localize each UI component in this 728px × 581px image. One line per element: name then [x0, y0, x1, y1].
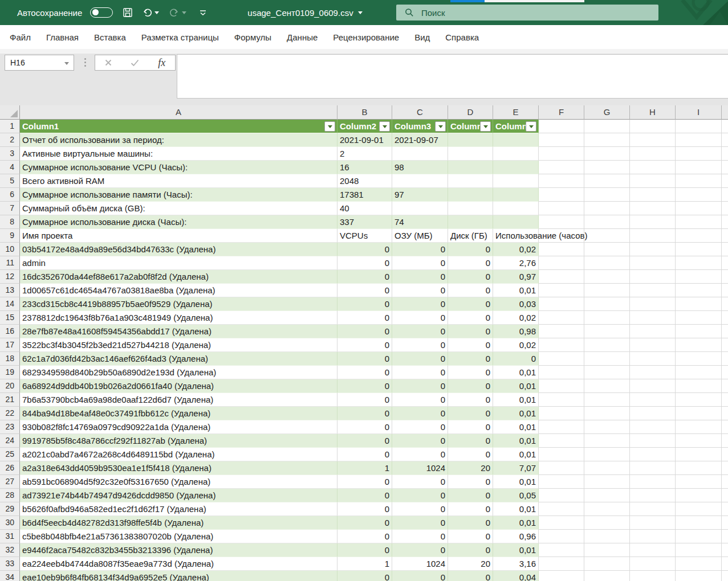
- cell-A24[interactable]: 9919785b5f8c48a786ccf292f11827ab (Удален…: [20, 434, 337, 448]
- cell-H2[interactable]: [630, 133, 676, 147]
- cell-B3[interactable]: 2: [337, 147, 392, 161]
- cell-D2[interactable]: [448, 133, 493, 147]
- cell-C13[interactable]: 0: [392, 284, 448, 297]
- cell-C22[interactable]: 0: [392, 407, 448, 420]
- autosave-toggle[interactable]: [90, 7, 113, 18]
- cell-G24[interactable]: [584, 434, 630, 448]
- cell-A29[interactable]: b5626f0afbd946a582ed1ec2f1d62f17 (Удален…: [20, 502, 337, 516]
- cell-F4[interactable]: [539, 161, 584, 174]
- cell-H31[interactable]: [630, 530, 676, 543]
- document-title-dropdown[interactable]: usage_Сент0109_0609.csv: [239, 0, 371, 25]
- cell-B14[interactable]: 0: [337, 297, 392, 311]
- cell-D7[interactable]: [448, 202, 493, 215]
- row-header-1[interactable]: 1: [0, 120, 20, 133]
- cell-G21[interactable]: [584, 393, 630, 407]
- cell-F11[interactable]: [539, 256, 584, 270]
- cell-I22[interactable]: [676, 407, 722, 420]
- row-header-28[interactable]: 28: [0, 489, 20, 502]
- cell-I20[interactable]: [676, 379, 722, 393]
- cell-B34[interactable]: 0: [337, 571, 392, 581]
- cell-A16[interactable]: 28e7fb87e48a41608f59454356abdd17 (Удален…: [20, 325, 337, 338]
- cell-E11[interactable]: 2,76: [493, 256, 539, 270]
- cell-partial-16[interactable]: [722, 325, 728, 338]
- row-header-10[interactable]: 10: [0, 243, 20, 256]
- cell-C21[interactable]: 0: [392, 393, 448, 407]
- cell-C7[interactable]: [392, 202, 448, 215]
- row-header-15[interactable]: 15: [0, 311, 20, 325]
- cell-I23[interactable]: [676, 420, 722, 434]
- cell-G19[interactable]: [584, 366, 630, 379]
- cell-partial-26[interactable]: [722, 461, 728, 475]
- cell-E17[interactable]: 0,02: [493, 338, 539, 352]
- cell-C4[interactable]: 98: [392, 161, 448, 174]
- cell-G32[interactable]: [584, 543, 630, 557]
- cell-G25[interactable]: [584, 448, 630, 461]
- row-header-21[interactable]: 21: [0, 393, 20, 407]
- cell-C33[interactable]: 1024: [392, 557, 448, 571]
- cell-A6[interactable]: Суммарное использование памяти (Часы):: [20, 188, 337, 202]
- cell-C1[interactable]: Column3: [392, 120, 448, 133]
- row-header-33[interactable]: 33: [0, 557, 20, 571]
- cell-E8[interactable]: [493, 215, 539, 229]
- cell-E3[interactable]: [493, 147, 539, 161]
- cell-C17[interactable]: 0: [392, 338, 448, 352]
- cell-partial-22[interactable]: [722, 407, 728, 420]
- cancel-button[interactable]: [100, 56, 117, 69]
- enter-button[interactable]: [127, 56, 144, 69]
- cell-A33[interactable]: ea224eeb4b4744da8087f35eae9a773d (Удален…: [20, 557, 337, 571]
- cell-H12[interactable]: [630, 270, 676, 284]
- cell-I4[interactable]: [676, 161, 722, 174]
- cell-I3[interactable]: [676, 147, 722, 161]
- cell-partial-10[interactable]: [722, 243, 728, 256]
- cell-B29[interactable]: 0: [337, 502, 392, 516]
- cell-partial-15[interactable]: [722, 311, 728, 325]
- cell-partial-23[interactable]: [722, 420, 728, 434]
- cell-D5[interactable]: [448, 174, 493, 188]
- cell-E19[interactable]: 0,01: [493, 366, 539, 379]
- row-header-26[interactable]: 26: [0, 461, 20, 475]
- cell-A20[interactable]: 6a68924d9ddb40b19b026a2d0661fa40 (Удален…: [20, 379, 337, 393]
- cell-A22[interactable]: 844ba94d18be4af48e0c37491fbb612c (Удален…: [20, 407, 337, 420]
- cell-F14[interactable]: [539, 297, 584, 311]
- cell-H10[interactable]: [630, 243, 676, 256]
- row-header-27[interactable]: 27: [0, 475, 20, 489]
- cell-F28[interactable]: [539, 489, 584, 502]
- cell-I1[interactable]: [676, 120, 722, 133]
- cell-E15[interactable]: 0,02: [493, 311, 539, 325]
- filter-dropdown-button[interactable]: [435, 121, 446, 132]
- cell-G30[interactable]: [584, 516, 630, 530]
- cell-H7[interactable]: [630, 202, 676, 215]
- cell-G34[interactable]: [584, 571, 630, 581]
- cell-D9[interactable]: Диск (ГБ): [448, 229, 493, 243]
- cell-C26[interactable]: 1024: [392, 461, 448, 475]
- column-header-H[interactable]: H: [630, 105, 676, 120]
- cell-partial-2[interactable]: [722, 133, 728, 147]
- cell-A27[interactable]: ab591bc068904d5f92c32e0f53167650 (Удален…: [20, 475, 337, 489]
- cell-D10[interactable]: 0: [448, 243, 493, 256]
- cell-D3[interactable]: [448, 147, 493, 161]
- cell-A19[interactable]: 6829349598d840b29b50a6890d2e193d (Удален…: [20, 366, 337, 379]
- row-header-14[interactable]: 14: [0, 297, 20, 311]
- cell-A14[interactable]: 233cd315cb8c4419b88957b5ae0f9529 (Удален…: [20, 297, 337, 311]
- cell-I15[interactable]: [676, 311, 722, 325]
- cell-C34[interactable]: 0: [392, 571, 448, 581]
- cell-A25[interactable]: a2021c0abd7a4672a268c4d6489115bd (Удален…: [20, 448, 337, 461]
- cell-A8[interactable]: Суммарное использование диска (Часы):: [20, 215, 337, 229]
- cell-F30[interactable]: [539, 516, 584, 530]
- cell-F13[interactable]: [539, 284, 584, 297]
- cell-B27[interactable]: 0: [337, 475, 392, 489]
- cell-A26[interactable]: a2a318e643dd4059b9530ea1e1f5f418 (Удален…: [20, 461, 337, 475]
- cell-A9[interactable]: Имя проекта: [20, 229, 337, 243]
- cell-D4[interactable]: [448, 161, 493, 174]
- cell-partial-28[interactable]: [722, 489, 728, 502]
- cell-H22[interactable]: [630, 407, 676, 420]
- cell-G16[interactable]: [584, 325, 630, 338]
- cell-D17[interactable]: 0: [448, 338, 493, 352]
- formula-input[interactable]: [177, 54, 728, 99]
- cell-H13[interactable]: [630, 284, 676, 297]
- cell-I32[interactable]: [676, 543, 722, 557]
- cell-I33[interactable]: [676, 557, 722, 571]
- cell-H17[interactable]: [630, 338, 676, 352]
- cell-C18[interactable]: 0: [392, 352, 448, 366]
- cell-E6[interactable]: [493, 188, 539, 202]
